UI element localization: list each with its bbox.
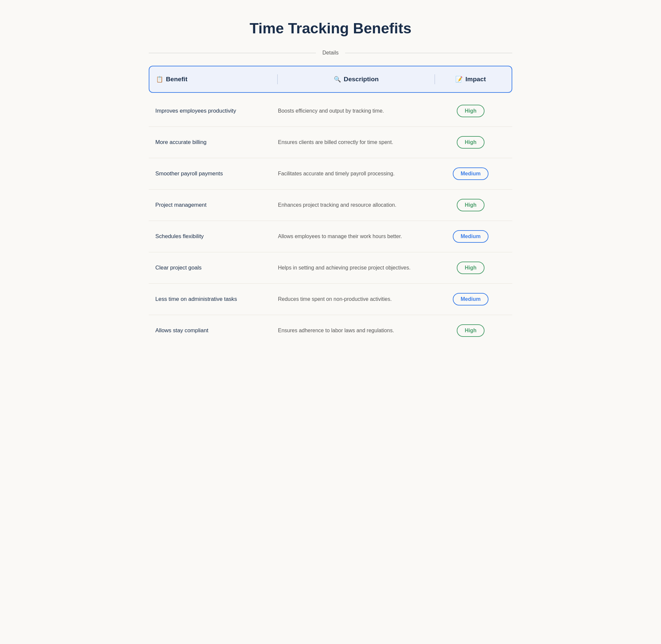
header-divider-1 (277, 74, 278, 84)
table-row: More accurate billing Ensures clients ar… (149, 127, 512, 158)
cell-impact-7: High (436, 324, 506, 337)
cell-benefit-5: Clear project goals (155, 264, 278, 271)
page-title: Time Tracking Benefits (149, 20, 512, 37)
impact-badge-0: High (457, 105, 485, 117)
benefit-label: Benefit (166, 76, 188, 83)
cell-benefit-2: Smoother payroll payments (155, 170, 278, 177)
impact-badge-6: Medium (453, 293, 488, 305)
impact-badge-3: High (457, 199, 485, 211)
impact-badge-1: High (457, 136, 485, 148)
page-container: Time Tracking Benefits Details 📋 Benefit… (149, 20, 512, 346)
table-row: Less time on administrative tasks Reduce… (149, 284, 512, 315)
cell-benefit-0: Improves employees productivity (155, 108, 278, 114)
table-row: Smoother payroll payments Facilitates ac… (149, 158, 512, 189)
cell-description-0: Boosts efficiency and output by tracking… (278, 107, 436, 115)
cell-benefit-1: More accurate billing (155, 139, 278, 146)
divider-line-right (345, 53, 512, 53)
cell-impact-3: High (436, 199, 506, 211)
cell-impact-0: High (436, 105, 506, 117)
impact-badge-7: High (457, 324, 485, 337)
cell-description-3: Enhances project tracking and resource a… (278, 201, 436, 209)
table-body: Improves employees productivity Boosts e… (149, 95, 512, 346)
divider-line-left (149, 53, 316, 53)
cell-benefit-6: Less time on administrative tasks (155, 296, 278, 302)
impact-icon: 📝 (456, 76, 463, 83)
table-row: Allows stay compliant Ensures adherence … (149, 315, 512, 346)
divider-row: Details (149, 50, 512, 56)
header-divider-2 (435, 74, 435, 84)
benefit-icon: 📋 (156, 76, 163, 83)
header-impact: 📝 Impact (436, 76, 505, 83)
cell-description-4: Allows employees to manage their work ho… (278, 232, 436, 240)
cell-benefit-3: Project management (155, 202, 278, 208)
divider-label: Details (316, 50, 345, 56)
description-icon: 🔍 (334, 76, 341, 83)
cell-impact-6: Medium (436, 293, 506, 305)
cell-impact-2: Medium (436, 167, 506, 180)
table-row: Clear project goals Helps in setting and… (149, 252, 512, 284)
cell-description-2: Facilitates accurate and timely payroll … (278, 170, 436, 178)
cell-description-1: Ensures clients are billed correctly for… (278, 138, 436, 146)
cell-benefit-7: Allows stay compliant (155, 327, 278, 334)
impact-badge-5: High (457, 261, 485, 274)
table-row: Improves employees productivity Boosts e… (149, 95, 512, 127)
cell-impact-4: Medium (436, 230, 506, 243)
impact-label: Impact (465, 76, 486, 83)
table-row: Project management Enhances project trac… (149, 189, 512, 221)
cell-description-7: Ensures adherence to labor laws and regu… (278, 327, 436, 335)
cell-impact-5: High (436, 261, 506, 274)
cell-description-6: Reduces time spent on non-productive act… (278, 295, 436, 303)
table-row: Schedules flexibility Allows employees t… (149, 221, 512, 252)
cell-benefit-4: Schedules flexibility (155, 233, 278, 240)
impact-badge-4: Medium (453, 230, 488, 243)
description-label: Description (344, 76, 379, 83)
impact-badge-2: Medium (453, 167, 488, 180)
header-benefit: 📋 Benefit (156, 76, 276, 83)
header-description: 🔍 Description (279, 76, 433, 83)
cell-impact-1: High (436, 136, 506, 148)
cell-description-5: Helps in setting and achieving precise p… (278, 264, 436, 272)
table-header: 📋 Benefit 🔍 Description 📝 Impact (149, 66, 512, 93)
